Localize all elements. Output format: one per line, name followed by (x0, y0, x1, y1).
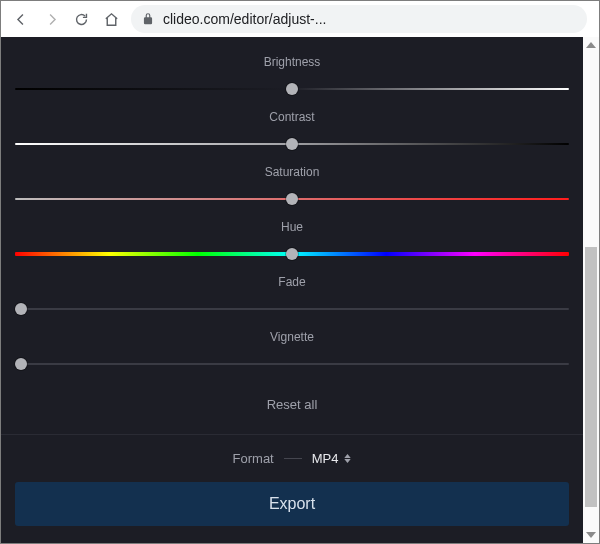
arrow-right-icon (43, 11, 60, 28)
saturation-slider[interactable] (15, 192, 569, 206)
brightness-slider[interactable] (15, 82, 569, 96)
format-label: Format (233, 451, 274, 466)
chevron-down-icon (586, 530, 596, 540)
home-icon (103, 11, 120, 28)
browser-toolbar: clideo.com/editor/adjust-... (1, 1, 599, 37)
vignette-block: Vignette (15, 316, 569, 371)
contrast-thumb[interactable] (286, 138, 298, 150)
viewport: Brightness Contrast Saturation (1, 37, 599, 543)
reset-all-button[interactable]: Reset all (1, 371, 583, 434)
saturation-thumb[interactable] (286, 193, 298, 205)
scroll-up-button[interactable] (583, 37, 599, 53)
reload-icon (73, 11, 90, 28)
forward-button[interactable] (37, 5, 65, 33)
format-bar: Format MP4 (1, 434, 583, 482)
scroll-thumb[interactable] (585, 247, 597, 507)
fade-track (15, 308, 569, 310)
brightness-block: Brightness (15, 41, 569, 96)
contrast-slider[interactable] (15, 137, 569, 151)
brightness-label: Brightness (15, 55, 569, 69)
reload-button[interactable] (67, 5, 95, 33)
url-text: clideo.com/editor/adjust-... (163, 11, 326, 27)
contrast-label: Contrast (15, 110, 569, 124)
saturation-label: Saturation (15, 165, 569, 179)
vignette-slider[interactable] (15, 357, 569, 371)
vignette-thumb[interactable] (15, 358, 27, 370)
scrollbar[interactable] (583, 37, 599, 543)
updown-icon (344, 454, 351, 463)
arrow-left-icon (13, 11, 30, 28)
lock-icon (141, 12, 155, 26)
saturation-block: Saturation (15, 151, 569, 206)
vignette-label: Vignette (15, 330, 569, 344)
window: clideo.com/editor/adjust-... Brightness … (0, 0, 600, 544)
fade-slider[interactable] (15, 302, 569, 316)
hue-thumb[interactable] (286, 248, 298, 260)
hue-slider[interactable] (15, 247, 569, 261)
fade-label: Fade (15, 275, 569, 289)
sliders-area: Brightness Contrast Saturation (1, 37, 583, 371)
back-button[interactable] (7, 5, 35, 33)
address-bar[interactable]: clideo.com/editor/adjust-... (131, 5, 587, 33)
format-select[interactable]: MP4 (312, 451, 352, 466)
vignette-track (15, 363, 569, 365)
hue-label: Hue (15, 220, 569, 234)
format-separator (284, 458, 302, 459)
fade-block: Fade (15, 261, 569, 316)
home-button[interactable] (97, 5, 125, 33)
format-value: MP4 (312, 451, 339, 466)
fade-thumb[interactable] (15, 303, 27, 315)
hue-block: Hue (15, 206, 569, 261)
editor-panel: Brightness Contrast Saturation (1, 37, 583, 543)
chevron-up-icon (586, 40, 596, 50)
scroll-down-button[interactable] (583, 527, 599, 543)
brightness-thumb[interactable] (286, 83, 298, 95)
contrast-block: Contrast (15, 96, 569, 151)
export-button[interactable]: Export (15, 482, 569, 526)
